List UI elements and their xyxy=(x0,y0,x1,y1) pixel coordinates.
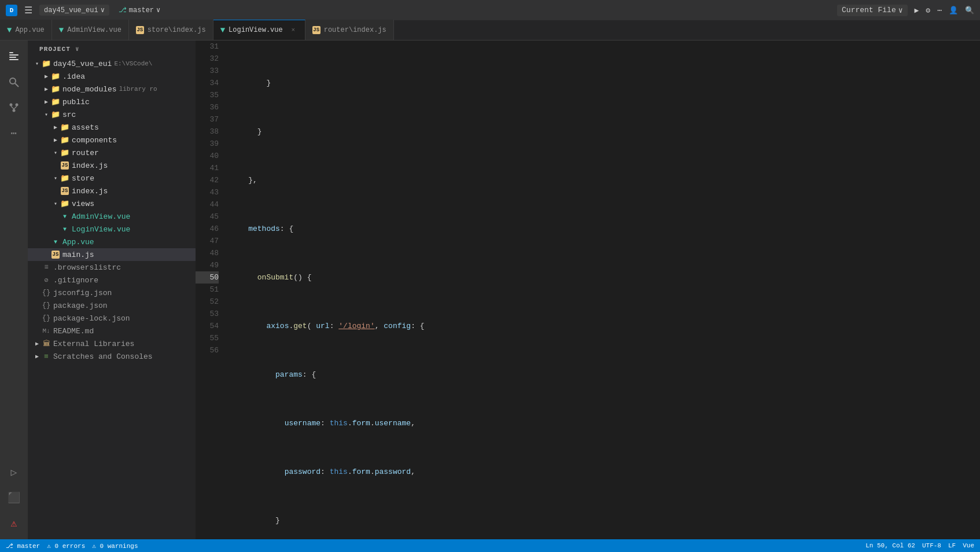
project-selector[interactable]: day45_vue_eui ∨ xyxy=(39,5,109,16)
activity-source-control[interactable] xyxy=(2,96,25,119)
scratches-icon: ≡ xyxy=(42,352,51,361)
more-button[interactable]: ⋯ xyxy=(937,6,942,15)
run-button[interactable]: ▶ xyxy=(915,6,919,15)
tree-item-public[interactable]: ▶ 📁 public xyxy=(28,95,196,108)
search-button[interactable]: 🔍 xyxy=(965,6,974,15)
activity-problems[interactable]: ⚠ xyxy=(2,511,25,535)
current-file-selector[interactable]: Current File ∨ xyxy=(837,5,907,16)
expand-arrow-icon: ▶ xyxy=(51,135,60,145)
code-line-39: password: this.form.password, xyxy=(230,466,980,478)
tree-label: AdminView.vue xyxy=(72,212,130,221)
tree-label: README.md xyxy=(53,327,94,336)
tree-label: index.js xyxy=(72,161,108,170)
code-container[interactable]: 31 32 33 34 35 36 37 38 39 40 41 42 43 4… xyxy=(196,41,980,539)
branch-status[interactable]: ⎇ master xyxy=(6,542,40,550)
tree-label: src xyxy=(62,111,76,119)
tree-item-admin-view[interactable]: ▼ AdminView.vue xyxy=(28,210,196,223)
code-line-31: } xyxy=(230,77,980,89)
tree-item-external-libs[interactable]: ▶ 🏛 External Libraries xyxy=(28,337,196,350)
tree-label: views xyxy=(72,200,94,208)
folder-icon: 📁 xyxy=(60,199,69,208)
line-ending-label[interactable]: LF xyxy=(948,542,956,549)
tree-item-router[interactable]: ▾ 📁 router xyxy=(28,146,196,159)
svg-rect-3 xyxy=(9,59,19,60)
app-logo: D xyxy=(6,5,17,16)
tree-item-jsconfig[interactable]: {} jsconfig.json xyxy=(28,286,196,299)
tree-label: package-lock.json xyxy=(53,314,130,323)
js-icon: JS xyxy=(312,26,320,34)
sidebar-header: PROJECT ∨ xyxy=(28,41,196,57)
folder-icon: 📁 xyxy=(60,174,69,183)
tree-label: assets xyxy=(72,123,99,132)
tree-item-package-lock[interactable]: {} package-lock.json xyxy=(28,312,196,325)
tree-item-idea[interactable]: ▶ 📁 .idea xyxy=(28,70,196,83)
cursor-position[interactable]: Ln 50, Col 62 xyxy=(865,542,915,549)
activity-search[interactable] xyxy=(2,71,25,94)
folder-icon: 📁 xyxy=(51,97,60,106)
account-button[interactable]: 👤 xyxy=(949,6,958,15)
activity-terminal[interactable]: ⬛ xyxy=(2,486,25,509)
encoding-label[interactable]: UTF-8 xyxy=(922,542,941,549)
tree-item-login-view[interactable]: ▼ LoginView.vue xyxy=(28,223,196,235)
code-line-33: }, xyxy=(230,174,980,186)
tree-item-main-js[interactable]: JS main.js xyxy=(28,248,196,261)
activity-bar: ⋯ ▷ ⬛ ⚠ xyxy=(0,41,28,539)
tab-app-vue[interactable]: ▼ App.vue xyxy=(0,20,52,40)
error-count[interactable]: ⚠ 0 errors xyxy=(47,542,85,550)
warning-count[interactable]: ⚠ 0 warnings xyxy=(92,542,138,550)
language-label[interactable]: Vue xyxy=(963,542,974,549)
tree-item-package[interactable]: {} package.json xyxy=(28,299,196,312)
tree-item-root[interactable]: ▾ 📁 day45_vue_eui E:\VSCode\ xyxy=(28,57,196,70)
tree-label: .idea xyxy=(62,72,85,81)
tab-router-index[interactable]: JS router\index.js xyxy=(305,20,394,40)
activity-run[interactable]: ▷ xyxy=(2,461,25,484)
vue-icon: ▼ xyxy=(7,25,12,35)
svg-line-9 xyxy=(11,106,14,109)
tree-label: Scratches and Consoles xyxy=(53,352,153,361)
tab-login-view[interactable]: ▼ LoginView.vue × xyxy=(213,20,305,40)
tree-item-src[interactable]: ▾ 📁 src xyxy=(28,108,196,121)
tree-item-views[interactable]: ▾ 📁 views xyxy=(28,197,196,210)
debug-button[interactable]: ⚙ xyxy=(926,6,930,15)
svg-point-6 xyxy=(10,104,13,106)
activity-explorer[interactable] xyxy=(2,45,25,68)
tab-store-index[interactable]: JS store\index.js xyxy=(129,20,213,40)
tree-label: .gitignore xyxy=(53,276,98,285)
folder-icon: 📁 xyxy=(51,84,60,94)
folder-icon: 📁 xyxy=(60,123,69,132)
tree-item-router-index[interactable]: JS index.js xyxy=(28,159,196,172)
tab-admin-view[interactable]: ▼ AdminView.vue xyxy=(52,20,129,40)
library-icon: 🏛 xyxy=(42,339,51,348)
tab-close-button[interactable]: × xyxy=(289,25,298,35)
svg-line-5 xyxy=(15,83,19,87)
js-file-icon: JS xyxy=(51,250,60,259)
activity-more[interactable]: ⋯ xyxy=(2,122,25,145)
project-name: day45_vue_eui xyxy=(44,6,98,14)
tree-item-node-modules[interactable]: ▶ 📁 node_modules library ro xyxy=(28,83,196,95)
tree-label: External Libraries xyxy=(53,340,134,348)
tree-item-assets[interactable]: ▶ 📁 assets xyxy=(28,121,196,134)
tree-item-components[interactable]: ▶ 📁 components xyxy=(28,134,196,146)
tree-item-browserslistrc[interactable]: ≡ .browserslistrc xyxy=(28,261,196,274)
tree-item-store[interactable]: ▾ 📁 store xyxy=(28,172,196,185)
tree-path-label: E:\VSCode\ xyxy=(114,60,152,67)
file-icon: M↓ xyxy=(42,326,51,336)
tree-item-readme[interactable]: M↓ README.md xyxy=(28,325,196,337)
folder-icon: 📁 xyxy=(51,110,60,119)
tree-item-gitignore[interactable]: ⊘ .gitignore xyxy=(28,274,196,286)
tree-item-app-vue[interactable]: ▼ App.vue xyxy=(28,235,196,248)
code-editor[interactable]: } } }, methods: { onSubmit() { xyxy=(224,41,980,539)
expand-arrow-icon: ▶ xyxy=(42,84,51,94)
tab-label: store\index.js xyxy=(148,26,206,34)
expand-arrow-icon: ▶ xyxy=(42,72,51,81)
menu-icon[interactable]: ☰ xyxy=(22,3,35,17)
expand-arrow-icon: ▾ xyxy=(32,59,42,68)
svg-point-8 xyxy=(13,109,16,112)
tree-item-scratches[interactable]: ▶ ≡ Scratches and Consoles xyxy=(28,350,196,363)
branch-selector[interactable]: ⎇ master ∨ xyxy=(114,5,165,16)
tree-item-store-index[interactable]: JS index.js xyxy=(28,185,196,197)
code-line-37: params: { xyxy=(230,369,980,381)
tab-bar: ▼ App.vue ▼ AdminView.vue JS store\index… xyxy=(0,20,980,41)
tab-label: AdminView.vue xyxy=(67,26,121,34)
code-line-36: axios.get( url: '/login', config: { xyxy=(230,320,980,332)
